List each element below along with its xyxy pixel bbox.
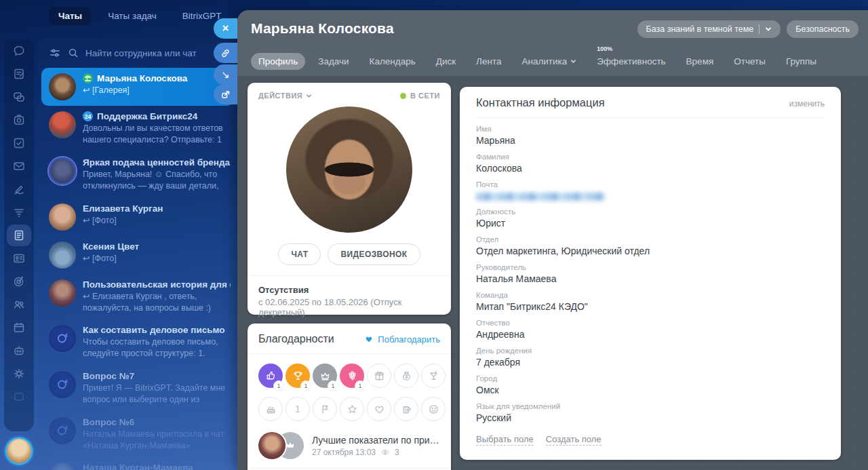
chat-avatar-copilot [49, 325, 76, 352]
beer-badge[interactable] [394, 397, 418, 421]
video-calls-icon[interactable] [4, 109, 34, 132]
knowledge-base-theme-button[interactable]: База знаний в темной теме [637, 20, 781, 38]
calendar-icon[interactable] [4, 316, 34, 339]
field-email: Почта [476, 180, 825, 201]
id-card-icon[interactable] [4, 247, 34, 270]
gratitude-badges-row1: 1 1 1 1 [258, 364, 440, 388]
flower-badge[interactable]: 1 [340, 364, 364, 388]
field-city: Город Омск [476, 374, 825, 395]
profile-header: Марьяна Колоскова База знаний в темной т… [237, 10, 868, 76]
chat-list-item[interactable]: Ксения Цвет ↩ [Фото] [38, 236, 237, 274]
button-divider [759, 24, 760, 34]
open-in-new-icon[interactable] [214, 84, 237, 104]
goals-icon[interactable] [4, 270, 34, 293]
like-badge[interactable]: 1 [258, 364, 283, 388]
smile-badge[interactable] [421, 397, 446, 421]
bitrix24-app: Чаты Чаты задач BitrixGPT Коллабы [0, 0, 868, 470]
chevron-down-icon [765, 26, 772, 33]
trophy-badge[interactable]: 1 [285, 364, 310, 388]
cake-badge[interactable] [258, 397, 283, 421]
tab-efficiency[interactable]: 100%Эффективность [589, 53, 673, 70]
cocktail-badge[interactable] [421, 364, 446, 388]
video-call-button[interactable]: ВИДЕОЗВОНОК [328, 243, 420, 265]
security-button[interactable]: Безопасность [787, 20, 859, 38]
money-bag-badge[interactable] [394, 364, 418, 388]
tab-groups[interactable]: Группы [778, 53, 824, 70]
crown-badge[interactable]: 1 [313, 364, 337, 388]
chat-list-item[interactable]: Елизавета Курган ↩ [Фото] [38, 198, 237, 236]
contact-info-card: Контактная информация изменить Имя Марья… [460, 87, 841, 460]
create-field-link[interactable]: Создать поле [546, 434, 601, 446]
chat-button[interactable]: ЧАТ [278, 243, 321, 265]
mail-icon[interactable] [4, 155, 34, 178]
tab-time[interactable]: Время [679, 53, 722, 70]
select-field-link[interactable]: Выбрать поле [476, 434, 534, 446]
chevron-down-icon [306, 93, 312, 99]
entry-author-avatar [258, 432, 285, 459]
chat-avatar [49, 279, 76, 307]
chat-avatar [49, 463, 76, 470]
collapse-icon[interactable]: ↘ [214, 64, 237, 85]
bitrix24-badge: 24 [83, 111, 93, 121]
crm-icon[interactable] [4, 201, 34, 224]
news-feed-icon[interactable] [4, 62, 34, 85]
chat-avatar [49, 73, 76, 100]
close-icon[interactable]: × [214, 18, 237, 39]
actions-menu[interactable]: ДЕЙСТВИЯ [258, 92, 312, 100]
field-notification-language: Язык для уведомлений Русский [476, 402, 825, 423]
tab-tasks[interactable]: Задачи [311, 53, 356, 70]
chat-list-item[interactable]: Вопрос №6 Наталья Мамаева пригласила в ч… [38, 412, 237, 457]
tab-calendar[interactable]: Календарь [362, 53, 423, 70]
chat-list-item[interactable]: Вопрос №7 Привет! Я — BitrixGPT. Задайте… [38, 366, 237, 412]
chat-avatar-copilot [49, 371, 76, 398]
chats-icon[interactable] [4, 85, 34, 109]
flag-badge[interactable] [313, 397, 337, 421]
tasks-icon[interactable] [4, 132, 34, 155]
field-birthday: День рождения 7 декабря [476, 347, 825, 368]
palm-emoji-badge: ⛱ [83, 73, 93, 83]
e-signature-icon[interactable] [4, 178, 34, 201]
field-middle-name: Отчество Андреевна [476, 319, 825, 340]
ai-assistant-icon[interactable] [4, 339, 34, 362]
chat-list: ⛱Марьяна Колоскова ↩ [Галерея] 24Поддерж… [38, 68, 237, 470]
gift-badge[interactable] [367, 364, 391, 388]
star-badge[interactable] [340, 397, 364, 421]
filter-icon[interactable] [49, 47, 61, 59]
gratitude-badges-row2: 1 [258, 397, 440, 421]
heart-badge[interactable] [367, 397, 391, 421]
edit-link[interactable]: изменить [789, 99, 825, 109]
market-icon[interactable] [4, 385, 34, 408]
settings-gear-icon[interactable] [4, 362, 34, 385]
gratitude-title: Благодарности [258, 333, 334, 345]
employees-icon[interactable] [4, 293, 34, 316]
gratitude-entry[interactable]: Лучшие показатели по привлече… 27 октябр… [258, 432, 440, 459]
chat-list-item[interactable]: Как составить деловое письмо Чтобы соста… [38, 319, 237, 366]
number-one-badge[interactable]: 1 [285, 397, 310, 421]
tab-feed[interactable]: Лента [469, 53, 509, 70]
topnav-tab-task-chats[interactable]: Чаты задач [98, 7, 166, 25]
efficiency-badge: 100% [597, 45, 612, 52]
tab-drive[interactable]: Диск [429, 53, 463, 70]
chat-avatar-copilot [49, 417, 76, 444]
chat-avatar [49, 157, 76, 184]
gratitude-card: Благодарности Поблагодарить 1 1 1 1 [248, 324, 451, 470]
chat-list-item[interactable]: Яркая подача ценностей бренда в 30 … При… [38, 152, 237, 198]
search-input[interactable] [85, 48, 228, 58]
chat-avatar [49, 241, 76, 269]
chat-list-item[interactable]: Наташа Курган-Мамаева [38, 457, 237, 470]
knowledge-base-icon[interactable] [4, 224, 34, 247]
chat-list-item[interactable]: 24Поддержка Битрикс24 Довольны ли вы кач… [38, 106, 237, 152]
profile-photo-card: ДЕЙСТВИЯ В СЕТИ ЧАТ ВИДЕОЗВОНОК Отсутств… [248, 83, 451, 315]
tab-profile[interactable]: Профиль [251, 53, 305, 70]
profile-tabs: Профиль Задачи Календарь Диск Лента Анал… [251, 53, 824, 70]
chat-list-item[interactable]: ⛱Марьяна Колоскова ↩ [Галерея] [41, 68, 234, 106]
copy-link-icon[interactable] [214, 43, 237, 63]
thank-button[interactable]: Поблагодарить [364, 334, 440, 345]
messenger-icon[interactable] [4, 39, 34, 62]
chat-list-item[interactable]: Пользовательская история для фун… ↩ Елиз… [38, 274, 237, 319]
topnav-tab-chats[interactable]: Чаты [49, 7, 92, 25]
tab-reports[interactable]: Отчеты [726, 53, 773, 70]
current-user-avatar[interactable] [7, 439, 31, 463]
tab-analytics[interactable]: Аналитика [514, 53, 584, 70]
online-status: В СЕТИ [400, 92, 440, 100]
